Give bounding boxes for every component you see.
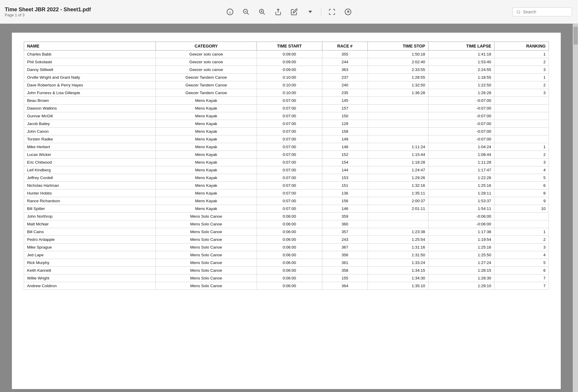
search-box[interactable] <box>513 7 572 16</box>
table-body: Charles BabbGeezer solo canoe0:09:003551… <box>24 50 549 290</box>
table-cell: -0:07:00 <box>428 97 494 105</box>
table-cell: 0:10:00 <box>257 89 322 97</box>
table-cell: 1:33:24 <box>368 259 428 267</box>
toolbar <box>225 7 354 17</box>
table-cell: 363 <box>322 66 367 74</box>
table-cell: 2:00:37 <box>368 197 428 205</box>
table-cell: 1:35:10 <box>368 282 428 290</box>
table-cell: 1:28:11 <box>428 189 494 197</box>
table-cell: 367 <box>322 244 367 251</box>
info-icon[interactable] <box>225 7 235 17</box>
table-cell: 156 <box>322 197 367 205</box>
table-cell: 0:07:00 <box>257 143 322 151</box>
table-cell <box>368 213 428 220</box>
table-cell: Mens Solo Canoe <box>156 244 257 251</box>
fullscreen-icon[interactable] <box>327 7 337 17</box>
table-cell: Willie Wright <box>24 274 156 282</box>
table-cell: 1:28:30 <box>428 274 494 282</box>
table-cell <box>494 120 549 128</box>
table-cell: Mens Kayak <box>156 174 257 182</box>
table-cell: 1:35:11 <box>368 189 428 197</box>
col-category: CATEGORY <box>156 42 257 50</box>
col-time-lapse: TIME LAPSE <box>428 42 494 50</box>
table-cell: 0:07:00 <box>257 159 322 166</box>
zoom-in-icon[interactable] <box>257 7 268 17</box>
table-cell: 4 <box>494 166 549 174</box>
table-cell: Mike Herbert <box>24 143 156 151</box>
table-cell: 237 <box>322 74 367 81</box>
table-cell: 0:07:00 <box>257 135 322 143</box>
table-cell: 1:22:26 <box>428 174 494 182</box>
table-cell: 359 <box>322 213 367 220</box>
table-cell: 7 <box>494 282 549 290</box>
table-cell: John Furness & Lisa Gillespie <box>24 89 156 97</box>
table-row: Rick MurphyMens Solo Canoe0:06:003611:33… <box>24 259 549 267</box>
table-cell: 1:17:38 <box>428 228 494 236</box>
table-cell: 1:32:50 <box>368 81 428 89</box>
table-row: Hunter HobbsMens Kayak0:07:001361:35:111… <box>24 189 549 197</box>
table-row: Matt McNairMens Solo Canoe0:06:00360-0:0… <box>24 220 549 228</box>
table-cell: 0:09:00 <box>257 58 322 66</box>
dropdown-icon[interactable] <box>305 7 316 17</box>
table-cell: 146 <box>322 205 367 213</box>
table-cell: -0:07:00 <box>428 128 494 135</box>
table-cell: Bill Spitler <box>24 205 156 213</box>
svg-line-7 <box>263 13 265 15</box>
table-cell: Mens Kayak <box>156 151 257 159</box>
table-cell: -0:06:00 <box>428 213 494 220</box>
table-cell: Rance Richardson <box>24 197 156 205</box>
svg-marker-11 <box>309 11 312 13</box>
table-cell: 1:27:24 <box>428 259 494 267</box>
table-cell: Mens Kayak <box>156 197 257 205</box>
table-cell: 150 <box>322 112 367 120</box>
table-row: Jed LapeMens Solo Canoe0:06:003561:31:50… <box>24 251 549 259</box>
table-cell: John Canon <box>24 128 156 135</box>
table-cell: 1:18:55 <box>428 74 494 81</box>
table-cell <box>368 128 428 135</box>
table-cell: 0:06:00 <box>257 236 322 244</box>
svg-line-17 <box>519 12 520 13</box>
toolbar-divider <box>321 7 321 16</box>
table-cell: 1:19:54 <box>428 236 494 244</box>
table-cell: Mens Kayak <box>156 135 257 143</box>
table-cell: Charles Babb <box>24 50 156 58</box>
table-cell: 2:02:40 <box>368 58 428 66</box>
table-cell: Mens Kayak <box>156 205 257 213</box>
table-cell: 1:41:18 <box>428 50 494 58</box>
table-cell: 0:07:00 <box>257 112 322 120</box>
table-cell: 243 <box>322 236 367 244</box>
table-row: John CanonMens Kayak0:07:00158-0:07:00 <box>24 128 549 135</box>
table-cell: 0:07:00 <box>257 151 322 159</box>
text-search-icon[interactable] <box>343 7 354 17</box>
table-cell: 0:09:00 <box>257 66 322 74</box>
table-cell: Rick Murphy <box>24 259 156 267</box>
table-cell: -0:07:00 <box>428 105 494 112</box>
table-cell: 153 <box>322 174 367 182</box>
page-area: NAME CATEGORY TIME START RACE # TIME STO… <box>0 24 573 392</box>
table-cell: 158 <box>322 128 367 135</box>
zoom-out-icon[interactable] <box>241 7 252 17</box>
table-cell: 1:25:16 <box>428 244 494 251</box>
scrollbar[interactable] <box>573 24 578 392</box>
table-cell: Mens Kayak <box>156 128 257 135</box>
table-cell: Mens Solo Canoe <box>156 259 257 267</box>
table-cell: 2:24:55 <box>428 66 494 74</box>
table-cell: 0:06:00 <box>257 274 322 282</box>
table-cell: Mens Solo Canoe <box>156 267 257 274</box>
table-cell: Geezer solo canoe <box>156 66 257 74</box>
annotate-icon[interactable] <box>289 7 300 17</box>
table-row: Orville Wright and Grant NallyGeezer Tan… <box>24 74 549 81</box>
table-cell: Keith Kannett <box>24 267 156 274</box>
scrollbar-thumb[interactable] <box>574 27 578 45</box>
share-icon[interactable] <box>273 7 284 17</box>
table-cell: 2 <box>494 151 549 159</box>
table-cell: 2:01:11 <box>368 205 428 213</box>
table-cell: 1:26:28 <box>428 89 494 97</box>
table-cell: Nicholas Hartman <box>24 182 156 189</box>
document-title: Time Sheet JBR 2022 - Sheet1.pdf <box>5 7 91 13</box>
table-cell: 0:10:00 <box>257 81 322 89</box>
search-input[interactable] <box>523 10 568 14</box>
table-cell: 2 <box>494 236 549 244</box>
table-cell: Mens Solo Canoe <box>156 228 257 236</box>
table-cell: 235 <box>322 89 367 97</box>
